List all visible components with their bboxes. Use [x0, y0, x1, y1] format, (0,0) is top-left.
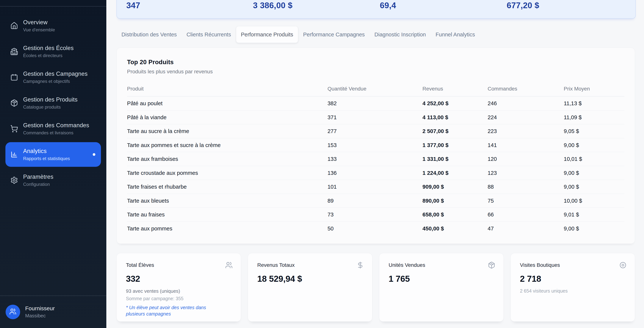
quantity-cell: 382 [328, 96, 422, 110]
avg-price-cell: 9,00 $ [564, 166, 624, 180]
column-header: Revenus [422, 86, 488, 96]
cart-icon [10, 125, 18, 133]
tab-funnel-analytics[interactable]: Funnel Analytics [431, 26, 480, 43]
revenue-cell: 909,00 $ [422, 180, 488, 194]
quantity-cell: 371 [328, 110, 422, 124]
orders-cell: 66 [488, 208, 564, 222]
user-org: Massibec [25, 313, 55, 319]
revenue-cell: 2 507,00 $ [422, 124, 488, 138]
orders-cell: 123 [488, 166, 564, 180]
avg-price-cell: 9,05 $ [564, 124, 624, 138]
tab-distribution-des-ventes[interactable]: Distribution des Ventes [117, 26, 182, 43]
sidebar-item-gestion-des-produits[interactable]: Gestion des Produits Catalogue produits [6, 91, 101, 115]
avg-price-cell: 9,01 $ [564, 208, 624, 222]
column-header: Produit [127, 86, 328, 96]
stat-card-subs: 93 avec ventes (uniques)Somme par campag… [126, 288, 232, 317]
sidebar-item-overview[interactable]: Overview Vue d'ensemble [6, 14, 101, 38]
tab-diagnostic-inscription[interactable]: Diagnostic Inscription [370, 26, 430, 43]
stat-card-visites-boutiques: Visites Boutiques 2 718 2 654 visiteurs … [510, 253, 635, 322]
orders-cell: 224 [488, 110, 564, 124]
top-products-card: Top 20 Produits Produits les plus vendus… [116, 48, 635, 244]
revenue-cell: 4 113,00 $ [422, 110, 488, 124]
sidebar-item-analytics[interactable]: Analytics Rapports et statistiques [6, 142, 101, 167]
stat-card-value: 332 [126, 274, 232, 284]
sidebar-item-label: Gestion des Campagnes [23, 70, 88, 77]
users-icon [9, 308, 16, 316]
orders-cell: 141 [488, 138, 564, 152]
active-indicator-dot [93, 153, 95, 156]
sidebar-item-sublabel: Campagnes et objectifs [23, 79, 88, 84]
orders-cell: 75 [488, 194, 564, 208]
calendar-icon [10, 73, 18, 81]
app-root: Overview Vue d'ensemble Gestion des Écol… [0, 0, 644, 328]
dollar-icon [356, 262, 364, 269]
column-header: Prix Moyen [564, 86, 624, 96]
sidebar-user[interactable]: Fournisseur Massibec [0, 296, 106, 328]
sidebar-item-label: Analytics [23, 148, 70, 154]
bar-chart-icon [10, 150, 18, 158]
revenue-cell: 1 331,00 $ [422, 152, 488, 166]
product-cell: Tarte croustade aux pommes [127, 166, 328, 180]
stat-card-unit-s-vendues: Unités Vendues 1 765 [379, 253, 504, 322]
banner-value-3: 69,4 [380, 1, 396, 10]
sidebar-item-param-tres[interactable]: Paramètres Configuration [6, 168, 101, 192]
product-cell: Tarte au sucre à la crème [127, 124, 328, 138]
tab-clients-r-currents[interactable]: Clients Récurrents [182, 26, 236, 43]
orders-cell: 120 [488, 152, 564, 166]
stat-card-title: Total Élèves [126, 262, 232, 268]
table-row: Pâté au poulet3824 252,00 $24611,13 $ [127, 96, 624, 110]
product-cell: Tarte fraises et rhubarbe [127, 180, 328, 194]
table-row: Tarte au sucre à la crème2772 507,00 $22… [127, 124, 624, 138]
package-icon [488, 262, 495, 269]
sidebar-item-gestion-des-commandes[interactable]: Gestion des Commandes Commandes et livra… [6, 116, 101, 141]
avg-price-cell: 11,13 $ [564, 96, 624, 110]
stat-card-title: Unités Vendues [388, 262, 494, 268]
revenue-cell: 658,00 $ [422, 208, 488, 222]
sidebar-item-sublabel: Commandes et livraisons [23, 130, 89, 136]
circle-dot-icon [619, 262, 627, 269]
stats-row: Total Élèves 332 93 avec ventes (uniques… [116, 253, 635, 322]
avg-price-cell: 11,09 $ [564, 110, 624, 124]
product-cell: Pâté au poulet [127, 96, 328, 110]
analytics-tabs: Distribution des Ventes Clients Récurren… [117, 26, 644, 43]
table-row: Tarte croustade aux pommes1361 224,00 $1… [127, 166, 624, 180]
card-subtitle: Produits les plus vendus par revenus [127, 69, 624, 75]
quantity-cell: 277 [328, 124, 422, 138]
revenue-cell: 890,00 $ [422, 194, 488, 208]
stat-card-title: Visites Boutiques [520, 262, 626, 268]
banner-value-4: 677,20 $ [507, 1, 539, 10]
tab-performance-produits[interactable]: Performance Produits [236, 26, 298, 43]
sidebar: Overview Vue d'ensemble Gestion des Écol… [0, 0, 106, 328]
main-content: 347 3 386,00 $ 69,4 677,20 $ Distributio… [106, 0, 644, 328]
quantity-cell: 136 [328, 166, 422, 180]
banner-value-1: 347 [126, 1, 140, 10]
stat-card-title: Revenus Totaux [257, 262, 363, 268]
revenue-cell: 1 377,00 $ [422, 138, 488, 152]
product-cell: Tarte aux pommes et sucre à la crème [127, 138, 328, 152]
sidebar-item-label: Paramètres [23, 174, 53, 180]
tab-performance-campagnes[interactable]: Performance Campagnes [298, 26, 370, 43]
users-icon [225, 262, 233, 269]
kpi-banner: 347 3 386,00 $ 69,4 677,20 $ [116, 0, 636, 19]
sidebar-item-gestion-des-coles[interactable]: Gestion des Écoles Écoles et directeurs [6, 39, 101, 64]
orders-cell: 246 [488, 96, 564, 110]
stat-card-value: 18 529,94 $ [257, 274, 363, 284]
column-header: Commandes [488, 86, 564, 96]
table-row: Tarte aux pommes et sucre à la crème1531… [127, 138, 624, 152]
sidebar-item-gestion-des-campagnes[interactable]: Gestion des Campagnes Campagnes et objec… [6, 65, 101, 90]
sidebar-item-sublabel: Configuration [23, 182, 53, 187]
quantity-cell: 153 [328, 138, 422, 152]
table-row: Tarte aux pommes50450,00 $479,00 $ [127, 222, 624, 235]
quantity-cell: 73 [328, 208, 422, 222]
sidebar-item-label: Gestion des Produits [23, 96, 78, 103]
table-row: Tarte aux framboises1331 331,00 $12010,0… [127, 152, 624, 166]
product-cell: Pâté à la viande [127, 110, 328, 124]
stat-card-revenus-totaux: Revenus Totaux 18 529,94 $ [248, 253, 372, 322]
avg-price-cell: 9,00 $ [564, 138, 624, 152]
sidebar-nav: Overview Vue d'ensemble Gestion des Écol… [0, 14, 106, 192]
gear-icon [10, 176, 18, 184]
product-cell: Tarte au fraises [127, 208, 328, 222]
table-row: Pâté à la viande3714 113,00 $22411,09 $ [127, 110, 624, 124]
avg-price-cell: 9,00 $ [564, 180, 624, 194]
user-text: Fournisseur Massibec [25, 305, 55, 319]
